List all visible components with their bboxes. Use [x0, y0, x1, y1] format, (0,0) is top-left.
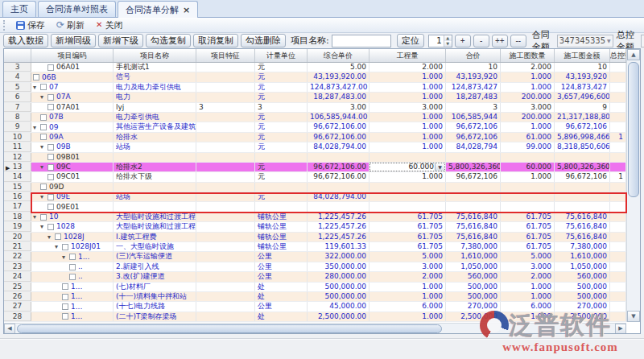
code-cell[interactable]: 1... [31, 312, 114, 321]
quantity-cell[interactable]: 1.000 [369, 72, 446, 81]
quantity-cell[interactable]: 1.000 [369, 133, 446, 142]
code-cell[interactable]: ▾1... [31, 252, 114, 261]
table-row[interactable]: 1709E01 [4, 202, 626, 212]
drawing-qty-cell[interactable]: 3.000 [501, 103, 555, 112]
quantity-cell[interactable]: 3.000 [369, 262, 446, 271]
drawing-amount-cell[interactable]: 75,616,840 [555, 233, 610, 241]
control-qty-cell[interactable] [610, 292, 626, 301]
quantity-cell[interactable]: 60.000▼ [369, 163, 446, 171]
total-price-cell[interactable]: 84,028,794 [446, 142, 501, 151]
table-row[interactable]: 1409C01给排水下级元96,672,106.001.00096,672,10… [4, 172, 626, 182]
row-checkbox[interactable] [40, 84, 47, 90]
row-checkbox[interactable] [47, 204, 54, 210]
table-row[interactable]: 251...(七)材料厂处500,000.001.000500,0001.000… [4, 283, 626, 292]
total-price-cell[interactable]: 560,000 [446, 272, 501, 281]
drawing-amount-cell[interactable]: 5,896,998,466 [555, 133, 610, 142]
unit-price-cell[interactable] [308, 202, 369, 211]
column-header-9[interactable]: 施工图金额 [555, 49, 610, 62]
unit-price-cell[interactable]: 45,000.00 [308, 302, 369, 311]
unit-price-cell[interactable]: 84,028,794.00 [308, 192, 369, 201]
table-row[interactable]: 9▾09其他运营生产设备及建筑物元96,672,106.001.00096,67… [4, 122, 626, 132]
feature-cell[interactable] [196, 93, 255, 101]
quantity-cell[interactable]: 1.000 [369, 292, 446, 301]
feature-cell[interactable] [196, 272, 255, 281]
unit-cell[interactable]: 铺轨公里 [255, 222, 308, 231]
name-cell[interactable]: 给排水 [114, 133, 196, 142]
scroll-right-icon[interactable]: ▶ [615, 324, 626, 334]
unit-cell[interactable]: 元 [255, 72, 308, 81]
drawing-amount-cell[interactable] [555, 153, 610, 162]
quantity-cell[interactable] [369, 202, 446, 211]
unit-cell[interactable]: 公里 [255, 262, 308, 271]
locate-button[interactable]: 定位 [397, 34, 424, 47]
name-cell[interactable]: 电力 [114, 93, 196, 101]
expand-arrow-icon[interactable]: ▾ [33, 124, 40, 131]
step-button-1[interactable]: + [455, 35, 471, 47]
quantity-cell[interactable] [369, 192, 446, 201]
unit-cell[interactable]: 元 [255, 172, 308, 181]
row-checkbox[interactable] [47, 154, 54, 160]
total-price-cell[interactable] [446, 192, 501, 201]
control-qty-cell[interactable] [610, 153, 626, 162]
unit-price-cell[interactable]: 350,000.00 [308, 262, 369, 271]
unit-price-cell[interactable]: 1,225,457.26 [308, 233, 369, 241]
horizontal-scrollbar[interactable]: ◀ ▶ [4, 323, 626, 334]
drawing-amount-cell[interactable]: 5,800,326,360 [555, 163, 610, 171]
code-cell[interactable]: ▾09 [31, 122, 114, 131]
unit-cell[interactable]: 元 [255, 133, 308, 142]
total-price-cell[interactable]: 75,616,840 [446, 233, 501, 241]
table-row[interactable]: 16▾09E站场元84,028,794.00 [4, 192, 626, 202]
total-price-cell[interactable]: 106,585,944 [446, 113, 501, 122]
unit-price-cell[interactable]: 18,287,483.00 [308, 93, 369, 101]
row-checkbox[interactable] [47, 144, 54, 151]
drawing-qty-cell[interactable]: 2.000 [501, 272, 555, 281]
table-row[interactable]: 11▾09B站场元84,028,794.001.00084,028,79499.… [4, 142, 626, 152]
feature-cell[interactable] [196, 242, 255, 251]
column-header-10[interactable]: 总控数 [610, 49, 626, 62]
name-cell[interactable]: 电力牵引供电 [114, 113, 196, 122]
unit-cell[interactable]: 铺轨公里 [255, 213, 308, 221]
row-checkbox[interactable] [69, 274, 76, 280]
quantity-cell[interactable] [369, 153, 446, 162]
unit-price-cell[interactable]: 96,672,106.00 [308, 133, 369, 142]
step-button-3[interactable]: ++ [492, 35, 508, 47]
feature-cell[interactable] [196, 83, 255, 92]
feature-cell[interactable] [196, 72, 255, 81]
control-qty-cell[interactable] [610, 312, 626, 321]
control-qty-cell[interactable] [610, 213, 626, 221]
name-cell[interactable]: (三)汽车运输便道 [114, 252, 196, 261]
unit-cell[interactable]: 公里 [255, 252, 308, 261]
scroll-down-icon[interactable]: ▼ [627, 311, 640, 322]
drawing-amount-cell[interactable]: 10 [555, 63, 610, 72]
unit-cell[interactable]: 公里 [255, 272, 308, 281]
unit-price-cell[interactable]: 2,500,000.00 [308, 312, 369, 321]
control-qty-cell[interactable] [610, 302, 626, 311]
name-cell[interactable] [114, 183, 196, 192]
feature-cell[interactable] [196, 133, 255, 142]
expand-arrow-icon[interactable]: ▾ [40, 143, 47, 151]
spinner-arrows[interactable]: ▲ ▼ [444, 35, 452, 47]
action-button-5[interactable]: 取消复制 [193, 34, 238, 47]
total-price-cell[interactable]: 1,050,000 [446, 262, 501, 271]
feature-cell[interactable] [196, 202, 255, 211]
unit-cell[interactable]: 元 [255, 122, 308, 131]
table-row[interactable]: 261...(十一)填料集中拌和站处500,000.001.000500,000… [4, 292, 626, 302]
hscroll-thumb[interactable] [17, 324, 442, 333]
drawing-amount-cell[interactable]: 1,050,000 [555, 262, 610, 271]
drawing-amount-cell[interactable]: 1,610,000 [555, 252, 610, 261]
unit-cell[interactable]: 3 [255, 103, 308, 112]
total-price-cell[interactable]: 500,000 [446, 292, 501, 301]
drawing-amount-cell[interactable] [555, 192, 610, 201]
column-header-4[interactable]: 计量单位 [255, 49, 308, 62]
code-cell[interactable]: 09D [31, 183, 114, 192]
feature-cell[interactable] [196, 142, 255, 151]
drawing-amount-cell[interactable] [555, 183, 610, 192]
code-cell[interactable]: ▾09B [31, 142, 114, 151]
drawing-qty-cell[interactable] [501, 192, 555, 201]
unit-price-cell[interactable]: 1,225,457.26 [308, 222, 369, 231]
row-checkbox[interactable] [69, 264, 76, 270]
drawing-qty-cell[interactable]: 1.000 [501, 122, 555, 131]
editor-dropdown-icon[interactable]: ▼ [435, 163, 444, 171]
unit-price-cell[interactable]: 1,225,457.26 [308, 213, 369, 221]
drawing-qty-cell[interactable] [501, 153, 555, 162]
